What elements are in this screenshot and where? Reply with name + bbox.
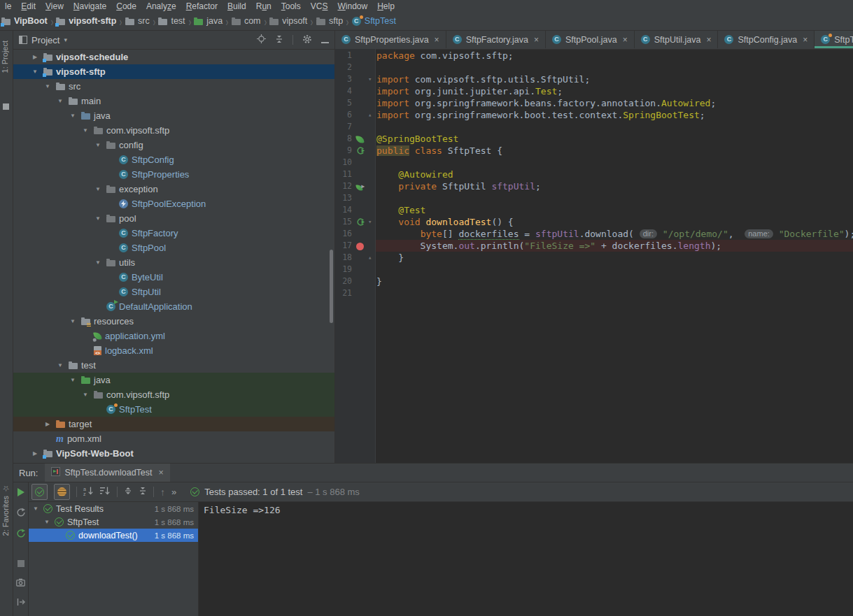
tree-item-vipsoft-schedule[interactable]: ▶vipsoft-schedule — [13, 50, 334, 64]
menu-item-help[interactable]: Help — [372, 1, 400, 11]
chevron-down-icon[interactable]: ▾ — [64, 36, 67, 43]
menu-item-build[interactable]: Build — [223, 1, 251, 11]
collapse-all-button[interactable] — [139, 487, 147, 497]
test-tree-item-downloadtest[interactable]: downloadTest()1 s 868 ms — [29, 529, 198, 542]
tree-expanded-arrow-icon[interactable]: ▼ — [43, 83, 52, 89]
menu-item-le[interactable]: le — [0, 1, 16, 11]
tree-expanded-arrow-icon[interactable]: ▼ — [43, 519, 51, 525]
fold-marker[interactable]: ▴ — [368, 252, 372, 264]
editor-tab-sftpfactory.java[interactable]: CSftpFactory.java× — [446, 31, 546, 48]
fold-marker[interactable]: ▾ — [368, 73, 372, 85]
test-tree-item-sftptest[interactable]: ▼SftpTest1 s 868 ms — [29, 515, 198, 529]
code-line-20[interactable]: 20} — [335, 275, 853, 287]
g-bean-icon[interactable]: ▶ — [356, 185, 362, 191]
g-run-icon[interactable] — [356, 217, 365, 227]
editor-tab-sftputil.java[interactable]: CSftpUtil.java× — [635, 31, 719, 48]
tree-item-main[interactable]: ▼main — [13, 94, 334, 108]
tree-item-resources[interactable]: ▼resources — [13, 314, 334, 329]
tree-item-defaultapplication[interactable]: CDefaultApplication — [13, 299, 334, 314]
line-number[interactable]: 14 — [335, 204, 352, 216]
tree-expanded-arrow-icon[interactable]: ▼ — [93, 259, 103, 266]
code-line-3[interactable]: 3▾import com.vipsoft.sftp.utils.SftpUtil… — [335, 73, 853, 85]
tree-collapsed-arrow-icon[interactable]: ▶ — [30, 54, 40, 60]
line-number[interactable]: 4 — [335, 85, 352, 97]
tree-item-com.vipsoft.sftp[interactable]: ▼com.vipsoft.sftp — [13, 387, 334, 402]
play-button[interactable] — [17, 488, 24, 499]
line-number[interactable]: 9 — [335, 145, 352, 157]
exit-button[interactable] — [17, 598, 25, 608]
code-line-1[interactable]: 1package com.vipsoft.sftp; — [335, 50, 853, 62]
gutter-run-slot[interactable] — [356, 217, 366, 227]
tool-window-button-favorites[interactable]: 2: Favorites — [1, 484, 10, 536]
expand-all-button[interactable] — [124, 487, 132, 497]
menu-item-analyze[interactable]: Analyze — [141, 1, 181, 11]
tree-item-sftpproperties[interactable]: CSftpProperties — [13, 167, 334, 182]
tree-item-java[interactable]: ▼java — [13, 373, 334, 387]
line-number[interactable]: 15 — [335, 216, 352, 228]
line-number[interactable]: 20 — [335, 275, 352, 287]
code-line-14[interactable]: 14 @Test — [335, 204, 853, 216]
menu-item-navigate[interactable]: Navigate — [69, 1, 111, 11]
editor-tab-sftpte[interactable]: CSftpTe — [815, 31, 853, 48]
code-line-2[interactable]: 2 — [335, 62, 853, 73]
code-line-9[interactable]: 9public class SftpTest { — [335, 145, 853, 157]
code-line-7[interactable]: 7 — [335, 121, 853, 133]
tree-expanded-arrow-icon[interactable]: ▼ — [80, 127, 90, 134]
line-number[interactable]: 3 — [335, 73, 352, 85]
sort-alpha-button[interactable]: az — [83, 486, 94, 498]
tree-item-com.vipsoft.sftp[interactable]: ▼com.vipsoft.sftp — [13, 123, 334, 138]
menu-item-view[interactable]: View — [41, 1, 69, 11]
line-number[interactable]: 21 — [335, 287, 352, 299]
code-line-17[interactable]: 17 System.out.println("FileSize =>" + do… — [335, 240, 853, 252]
test-tree-item-testresults[interactable]: ▼Test Results1 s 868 ms — [29, 502, 198, 515]
show-passed-toggle[interactable] — [31, 484, 48, 500]
line-number[interactable]: 13 — [335, 192, 352, 204]
fold-marker[interactable]: ▴ — [368, 109, 372, 121]
line-number[interactable]: 6 — [335, 109, 352, 121]
tree-item-src[interactable]: ▼src — [13, 79, 334, 94]
sort-dur-button[interactable] — [100, 486, 111, 498]
tree-expanded-arrow-icon[interactable]: ▼ — [68, 318, 78, 324]
tree-expanded-arrow-icon[interactable]: ▼ — [55, 98, 65, 104]
fold-marker[interactable]: ▾ — [368, 216, 372, 228]
editor-tab-sftppool.java[interactable]: CSftpPool.java× — [546, 31, 635, 48]
code-line-19[interactable]: 19 — [335, 264, 853, 275]
tree-item-sftppoolexception[interactable]: SftpPoolException — [13, 196, 334, 211]
tree-expanded-arrow-icon[interactable]: ▼ — [68, 113, 78, 119]
gear-button[interactable] — [302, 34, 312, 46]
code-line-11[interactable]: 11 @Autowired — [335, 169, 853, 180]
editor-body[interactable]: 1package com.vipsoft.sftp;23▾import com.… — [335, 49, 853, 463]
line-number[interactable]: 16 — [335, 228, 352, 240]
editor-tab-sftpconfig.java[interactable]: CSftpConfig.java× — [718, 31, 815, 48]
code-line-18[interactable]: 18▴ } — [335, 252, 853, 264]
project-scrollbar-thumb[interactable] — [330, 250, 333, 323]
tree-item-sftpconfig[interactable]: CSftpConfig — [13, 152, 334, 167]
tree-item-sftptest[interactable]: CSftpTest — [13, 402, 334, 417]
tree-item-utils[interactable]: ▼utils — [13, 255, 334, 270]
tree-item-test[interactable]: ▼test — [13, 358, 334, 373]
breadcrumb-item-java[interactable]: java — [194, 16, 223, 26]
line-number[interactable]: 10 — [335, 157, 352, 169]
code-line-8[interactable]: 8@SpringBootTest — [335, 133, 853, 145]
menu-item-run[interactable]: Run — [251, 1, 276, 11]
show-ignored-toggle[interactable] — [54, 484, 70, 500]
tree-expanded-arrow-icon[interactable]: ▼ — [31, 506, 40, 512]
close-icon[interactable]: × — [706, 35, 711, 45]
locate-button[interactable] — [257, 34, 266, 45]
line-number[interactable]: 1 — [335, 50, 352, 62]
tree-expanded-arrow-icon[interactable]: ▼ — [80, 392, 90, 398]
tree-item-target[interactable]: ▶target — [13, 417, 334, 431]
code-line-4[interactable]: 4import org.junit.jupiter.api.Test; — [335, 85, 853, 97]
tree-item-logback.xml[interactable]: <>logback.xml — [13, 343, 334, 358]
tree-item-sftppool[interactable]: CSftpPool — [13, 241, 334, 255]
camera-button[interactable] — [16, 578, 25, 589]
run-tab[interactable]: SftpTest.downloadTest × — [45, 464, 169, 482]
menu-item-refactor[interactable]: Refactor — [181, 1, 223, 11]
tree-item-exception[interactable]: ▼exception — [13, 182, 334, 196]
line-number[interactable]: 18 — [335, 252, 352, 264]
tree-item-application.yml[interactable]: application.yml — [13, 329, 334, 343]
gutter-bean-slot[interactable]: ▶ — [356, 182, 366, 191]
stop-button[interactable] — [17, 559, 24, 569]
line-number[interactable]: 17 — [335, 240, 352, 252]
close-icon[interactable]: × — [435, 35, 439, 45]
